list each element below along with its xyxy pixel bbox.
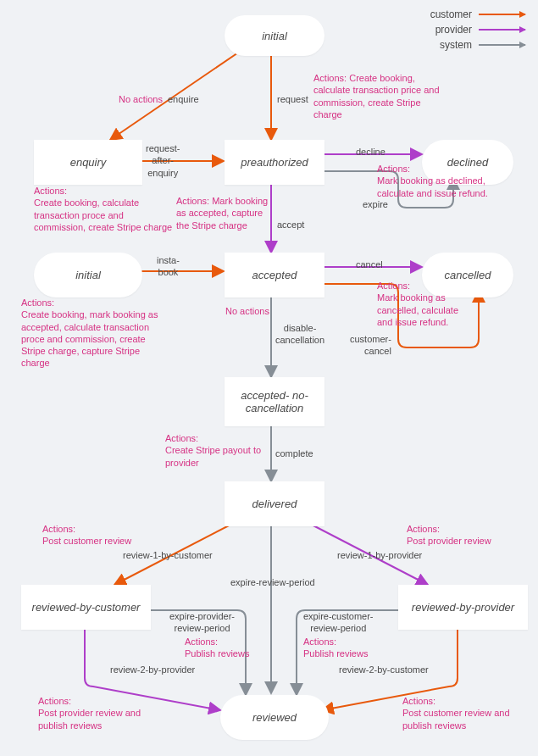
transition-review-1-by-customer: review-1-by-customer <box>123 549 213 561</box>
node-label: preauthorized <box>241 156 308 169</box>
transition-review-2-by-provider: review-2-by-provider <box>110 664 195 675</box>
legend-provider: provider <box>430 24 525 36</box>
action-disable-cancel: No actions <box>225 305 269 317</box>
legend-customer-label: customer <box>430 8 472 20</box>
transition-expire-review-period: expire-review-period <box>230 576 315 588</box>
transition-request: request <box>277 93 308 105</box>
legend-system: system <box>430 39 525 51</box>
node-initial-top: initial <box>225 15 324 56</box>
node-preauthorized: preauthorized <box>225 140 324 185</box>
action-request: Actions: Create booking, calculate trans… <box>313 72 449 120</box>
transition-customer-cancel: customer- cancel <box>350 333 391 358</box>
node-reviewed: reviewed <box>220 695 329 740</box>
transition-cancel: cancel <box>356 258 383 270</box>
transition-insta-book: insta- book <box>157 254 180 279</box>
action-expire-customer: Actions: Publish reviews <box>303 636 380 660</box>
node-reviewed-by-customer: reviewed-by-customer <box>21 585 151 630</box>
node-label: reviewed <box>252 711 297 724</box>
node-reviewed-by-provider: reviewed-by-provider <box>398 585 528 630</box>
transition-review-1-by-provider: review-1-by-provider <box>337 549 422 561</box>
arrow-icon <box>479 29 525 31</box>
node-accepted: accepted <box>225 253 324 297</box>
legend-provider-label: provider <box>435 24 472 36</box>
node-label: enquiry <box>70 156 107 169</box>
transition-review-2-by-customer: review-2-by-customer <box>339 664 429 675</box>
transition-disable-cancellation: disable- cancellation <box>275 322 324 347</box>
action-decline: Actions: Mark booking as declined, calcu… <box>377 163 504 199</box>
arrow-icon <box>479 14 525 15</box>
action-review-2-provider: Actions: Post provider review and publis… <box>38 695 157 731</box>
legend-system-label: system <box>440 39 472 51</box>
action-review-2-customer: Actions: Post customer review and publis… <box>402 695 525 731</box>
transition-request-after-enquiry: request- after- enquiry <box>146 142 180 179</box>
node-label: accepted <box>252 269 297 281</box>
node-enquiry: enquiry <box>34 140 142 185</box>
node-accepted-no-cancellation: accepted- no-cancellation <box>225 377 324 426</box>
action-accept: Actions: Mark booking as accepted, captu… <box>176 195 269 231</box>
transition-expire-provider-review-period: expire-provider- review-period <box>169 610 235 635</box>
node-label: initial <box>262 30 287 42</box>
node-delivered: delivered <box>225 481 324 526</box>
node-label: accepted- no-cancellation <box>228 389 321 414</box>
transition-expire: expire <box>363 198 388 210</box>
arrow-icon <box>479 44 525 46</box>
transition-decline: decline <box>356 146 385 158</box>
transition-accept: accept <box>277 219 304 231</box>
node-label: delivered <box>252 498 297 510</box>
action-cancel: Actions: Mark booking as cancelled, calc… <box>377 280 479 328</box>
transition-expire-customer-review-period: expire-customer- review-period <box>303 610 374 635</box>
node-label: reviewed-by-provider <box>412 601 514 614</box>
action-expire-provider: Actions: Publish reviews <box>185 636 261 660</box>
action-no-actions-enquire: No actions <box>119 93 163 105</box>
node-initial-left: initial <box>34 253 142 297</box>
action-complete: Actions: Create Stripe payout to provide… <box>165 432 267 469</box>
legend-customer: customer <box>430 8 525 20</box>
legend: customer provider system <box>430 8 525 54</box>
transition-enquire: enquire <box>168 93 199 105</box>
action-request-after-enquiry: Actions: Create booking, calculate trans… <box>34 185 178 233</box>
action-insta-book: Actions: Create booking, mark booking as… <box>21 297 165 370</box>
node-label: reviewed-by-customer <box>32 601 141 614</box>
action-review-1-provider: Actions: Post provider review <box>407 523 517 548</box>
transition-complete: complete <box>275 447 313 459</box>
action-review-1-customer: Actions: Post customer review <box>42 523 153 548</box>
node-label: initial <box>75 269 101 281</box>
